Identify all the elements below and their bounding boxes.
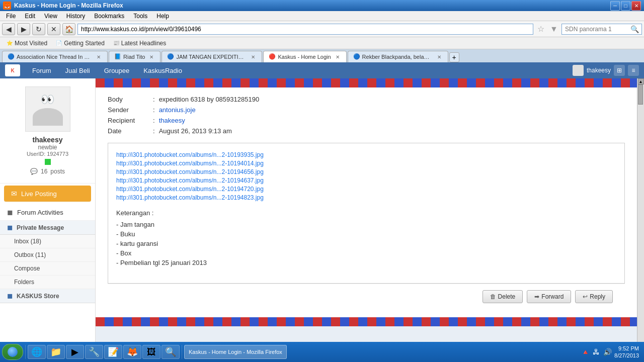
address-bar[interactable]: [77, 24, 533, 35]
nav-forum[interactable]: Forum: [25, 62, 58, 78]
photo-link-1[interactable]: http://i301.photobucket.com/albums/n...2…: [116, 160, 616, 167]
forward-button[interactable]: ➡ Forward: [527, 290, 571, 303]
minimize-button[interactable]: ─: [610, 1, 620, 11]
start-button[interactable]: [2, 344, 23, 360]
stop-button[interactable]: ✕: [47, 23, 60, 35]
date: 8/27/2013: [614, 352, 639, 359]
site-nav: K Forum Jual Beli Groupee KaskusRadio th…: [0, 62, 644, 78]
sender-link[interactable]: antonius.joje: [159, 106, 196, 114]
bookmark-list-icon[interactable]: ▼: [548, 24, 559, 35]
pm-compose[interactable]: Compose: [0, 262, 95, 276]
photo-link-4[interactable]: http://i301.photobucket.com/albums/n...2…: [116, 186, 616, 193]
photo-link-0[interactable]: http://i301.photobucket.com/albums/n...2…: [116, 151, 616, 158]
menu-view[interactable]: View: [40, 12, 61, 21]
scroll-thumb[interactable]: [638, 84, 643, 105]
tab-close-2[interactable]: ✕: [250, 53, 257, 60]
menu-tools[interactable]: Tools: [129, 12, 151, 21]
maximize-button[interactable]: □: [621, 1, 630, 11]
menu-help[interactable]: Help: [152, 12, 173, 21]
photo-link-5[interactable]: http://i301.photobucket.com/albums/n...2…: [116, 194, 616, 201]
taskbar-separator-1: [25, 345, 26, 359]
reload-button[interactable]: ↻: [32, 23, 45, 35]
delete-button[interactable]: 🗑 Delete: [482, 290, 523, 303]
taskbar-kaskus-button[interactable]: 🔧: [85, 345, 103, 359]
firefox-taskbar-icon: 🦊: [127, 346, 138, 357]
taskbar-search-button[interactable]: 🔍: [162, 345, 180, 359]
tab-favicon-2: 🔵: [167, 53, 174, 60]
bookmark-star-icon[interactable]: ☆: [535, 24, 546, 35]
window-controls[interactable]: ─ □ ✕: [610, 1, 641, 11]
menu-history[interactable]: History: [62, 12, 89, 21]
tab-0[interactable]: 🔵 Association Nice Thread In Ka... ✕: [2, 51, 108, 62]
keterangan-item-2: - kartu garansi: [116, 240, 616, 247]
message-area: Body : expedition 6318 by 085931285190 S…: [96, 78, 637, 352]
nav-icon-1[interactable]: ⊞: [614, 65, 625, 76]
scroll-up-button[interactable]: ▲: [638, 78, 644, 84]
sys-tray-icon-1[interactable]: 🔺: [581, 348, 589, 356]
bookmark-latest-headlines[interactable]: 📰 Latest Headlines: [111, 39, 168, 48]
nav-jual-beli[interactable]: Jual Beli: [58, 62, 97, 78]
firefox-icon: 🦊: [3, 2, 11, 10]
forward-button[interactable]: ▶: [17, 23, 30, 35]
tab-1[interactable]: 📘 Riad Tito ✕: [109, 51, 160, 62]
photo-link-3[interactable]: http://i301.photobucket.com/albums/n...2…: [116, 177, 616, 184]
tab-3[interactable]: 🔴 Kaskus - Home Login ✕: [263, 51, 346, 62]
sys-tray-icon-2[interactable]: 🖧: [592, 348, 600, 356]
tab-close-4[interactable]: ✕: [436, 53, 443, 60]
tab-4[interactable]: 🔵 Rekber Blackpanda, belanja online j...…: [348, 51, 448, 62]
sidebar-item-live-posting[interactable]: ✉ Live Posting: [4, 186, 91, 202]
taskbar-media-button[interactable]: ▶: [66, 345, 84, 359]
tab-favicon-0: 🔵: [8, 53, 15, 60]
taskbar-photo-button[interactable]: 🖼: [142, 345, 160, 359]
main-content: 👀 thakeesy newbie UserID: 1924773 💬 16 p…: [0, 78, 644, 352]
date-value: August 26, 2013 9:13 am: [159, 127, 232, 135]
scrollbar-vertical[interactable]: ▲ ▼: [637, 78, 644, 352]
bottom-stripe-border: [96, 317, 637, 326]
kaskus-taskbar-icon: 🔧: [89, 346, 100, 357]
back-button[interactable]: ◀: [2, 23, 15, 35]
title-bar: 🦊 Kaskus - Home Login - Mozilla Firefox …: [0, 0, 644, 11]
home-button[interactable]: 🏠: [62, 23, 75, 35]
sender-label: Sender: [108, 106, 153, 114]
bookmark-getting-started[interactable]: 📄 Getting Started: [53, 39, 107, 48]
reply-icon: ↩: [583, 293, 588, 300]
menu-edit[interactable]: Edit: [21, 12, 39, 21]
bookmark-most-visited[interactable]: ⭐ Most Visited: [4, 39, 49, 48]
volume-icon[interactable]: 🔊: [603, 348, 611, 356]
nav-username[interactable]: thakeesy: [587, 67, 611, 74]
close-button[interactable]: ✕: [631, 1, 641, 11]
explorer-icon: 📁: [50, 346, 61, 357]
recipient-link[interactable]: thakeesy: [159, 117, 185, 124]
taskbar-ie-button[interactable]: 🌐: [28, 345, 46, 359]
nav-groupee[interactable]: Groupee: [97, 62, 137, 78]
sender-field-row: Sender : antonius.joje: [108, 106, 625, 114]
tab-label-3: Kaskus - Home Login: [278, 54, 331, 60]
search-icon[interactable]: 🔍: [630, 25, 639, 33]
menu-bookmarks[interactable]: Bookmarks: [90, 12, 128, 21]
menu-file[interactable]: File: [2, 12, 20, 21]
nav-icon-2[interactable]: ≡: [628, 65, 639, 76]
search-input[interactable]: [565, 26, 630, 33]
taskbar-word-button[interactable]: 📝: [104, 345, 122, 359]
store-section-label: KASKUS Store: [17, 293, 59, 300]
tab-close-1[interactable]: ✕: [148, 53, 155, 60]
tab-label-4: Rekber Blackpanda, belanja online j...: [362, 54, 433, 60]
taskbar-active-firefox[interactable]: Kaskus - Home Login - Mozilla Firefox: [184, 345, 287, 359]
nav-kaskus-radio[interactable]: KaskusRadio: [136, 62, 189, 78]
pm-outbox[interactable]: Outbox (11): [0, 248, 95, 262]
taskbar-firefox-button[interactable]: 🦊: [123, 345, 141, 359]
forum-activities-label: Forum Activities: [17, 209, 63, 216]
new-tab-button[interactable]: +: [449, 52, 459, 62]
sidebar-item-forum-activities[interactable]: ◼ Forum Activities: [0, 204, 95, 221]
taskbar-explorer-button[interactable]: 📁: [47, 345, 65, 359]
keterangan-item-1: - Buku: [116, 230, 616, 238]
tab-close-3[interactable]: ✕: [334, 53, 341, 60]
system-clock[interactable]: 9:52 PM 8/27/2013: [614, 345, 639, 359]
pm-inbox[interactable]: Inbox (18): [0, 235, 95, 248]
tab-2[interactable]: 🔵 JAM TANGAN EXPEDITION | Kaskus... ✕: [162, 51, 262, 62]
reply-button[interactable]: ↩ Reply: [575, 290, 613, 303]
photo-link-2[interactable]: http://i301.photobucket.com/albums/n...2…: [116, 168, 616, 175]
online-status-indicator: [45, 159, 51, 165]
tab-close-0[interactable]: ✕: [95, 53, 102, 60]
pm-folders[interactable]: Folders: [0, 276, 95, 289]
